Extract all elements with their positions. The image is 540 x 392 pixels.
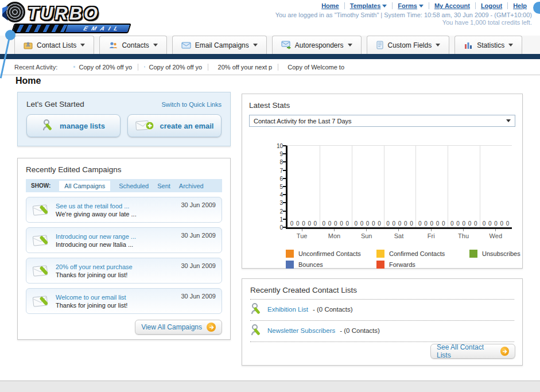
- chart-plot: 0123456789100000000000000000000000000000…: [286, 145, 512, 229]
- chevron-down-icon: [80, 44, 85, 46]
- x-tick-label: Wed: [480, 229, 512, 239]
- legend-item: Unsubscribes: [469, 250, 520, 258]
- campaign-row[interactable]: Introducing our new range ...Introducing…: [26, 227, 222, 253]
- filter-scheduled[interactable]: Scheduled: [119, 183, 149, 189]
- campaign-title-link[interactable]: 20% off your next purchase: [56, 263, 133, 271]
- value-labels-group: 00000: [384, 220, 416, 227]
- tab-statistics[interactable]: Statistics: [454, 36, 522, 54]
- value-label: 0: [418, 220, 422, 227]
- y-tick-mark: [283, 186, 286, 187]
- gridline: [384, 146, 384, 227]
- header-link-my-account[interactable]: My Account: [429, 2, 475, 9]
- y-tick-label: 1: [270, 216, 283, 222]
- campaign-title-link[interactable]: See us at the retail food ...: [56, 202, 137, 210]
- recent-activity-item[interactable]: Copy of 20% off yo: [68, 64, 138, 71]
- header-link-forms[interactable]: Forms: [392, 2, 429, 9]
- filter-archived[interactable]: Archived: [179, 183, 204, 189]
- value-label: 0: [456, 220, 460, 227]
- logo-email-bar: EMAIL: [11, 24, 131, 33]
- y-tick-mark: [283, 170, 286, 171]
- recent-activity-bar: Recent Activity: Copy of 20% off yo Copy…: [0, 59, 540, 75]
- filter-all-campaigns[interactable]: All Campaigns: [59, 181, 110, 191]
- y-tick-label: 0: [270, 224, 283, 231]
- campaign-row[interactable]: Welcome to our email listThanks for join…: [26, 288, 222, 314]
- recent-activity-item[interactable]: 20% off your next p: [208, 64, 278, 71]
- gridline: [352, 146, 352, 227]
- filter-sent[interactable]: Sent: [157, 183, 170, 189]
- legend-swatch: [469, 250, 477, 258]
- value-labels-group: 00000: [448, 220, 480, 227]
- campaign-title-link[interactable]: Introducing our new range ...: [56, 232, 136, 240]
- person-pencil-icon: [42, 119, 55, 133]
- header-link-templates[interactable]: Templates: [344, 2, 393, 9]
- campaign-subtitle: Introducing our new Italia ...: [56, 240, 136, 249]
- person-pencil-icon: [250, 324, 263, 337]
- legend-swatch: [286, 261, 294, 269]
- view-all-campaigns-button[interactable]: View All Campaigns: [135, 320, 222, 335]
- value-label: 0: [334, 220, 337, 227]
- page-footer-strip: [0, 381, 540, 392]
- recent-activity-label: Recent Activity:: [14, 64, 57, 71]
- value-label: 0: [314, 220, 317, 227]
- x-tick-label: Fri: [415, 229, 447, 239]
- value-labels-group: 00000: [352, 220, 384, 227]
- tab-autoresponders[interactable]: Autoresponders: [272, 36, 362, 54]
- value-labels-row: 00000000000000000000000000000000000: [288, 220, 512, 227]
- tab-contact-lists[interactable]: Contact Lists: [14, 36, 94, 54]
- stats-period-select[interactable]: Contact Activity for the Last 7 Days: [249, 115, 515, 127]
- x-tick-label: Tue: [286, 229, 318, 239]
- gridline: [415, 146, 416, 227]
- campaign-title-link[interactable]: Welcome to our email list: [56, 293, 127, 301]
- switch-quick-links[interactable]: Switch to Quick Links: [161, 101, 222, 108]
- legend-item: Bounces: [286, 261, 376, 269]
- main-navigation: Contact Lists Contacts Email Campaigns A…: [0, 36, 540, 59]
- contact-list-item[interactable]: Newsletter Subscribers - (0 Contacts): [250, 321, 514, 340]
- value-label: 0: [488, 220, 492, 227]
- recent-activity-item[interactable]: Copy of Welcome to: [278, 64, 348, 71]
- campaign-row[interactable]: See us at the retail food ...We're givin…: [26, 197, 222, 223]
- value-label: 0: [372, 220, 375, 227]
- header-link-help[interactable]: Help: [507, 2, 532, 9]
- value-label: 0: [290, 220, 294, 227]
- header-link-home[interactable]: Home: [316, 2, 344, 9]
- campaign-date: 30 Jun 2009: [181, 262, 216, 269]
- y-tick-mark: [283, 219, 286, 220]
- statistics-icon: [464, 41, 473, 49]
- value-labels-group: 00000: [415, 220, 448, 227]
- campaign-subtitle: Thanks for joining our list!: [56, 271, 133, 279]
- manage-lists-button[interactable]: manage lists: [26, 114, 121, 137]
- contact-list-link[interactable]: Exhibition List: [267, 306, 308, 313]
- value-label: 0: [500, 220, 504, 227]
- contact-list-item[interactable]: Exhibition List - (0 Contacts): [250, 300, 514, 319]
- turbo-email-logo[interactable]: TURBO EMAIL: [5, 2, 137, 33]
- recent-activity-item[interactable]: Copy of 20% off yo: [138, 64, 208, 71]
- header-link-logout[interactable]: Logout: [475, 2, 507, 9]
- chevron-down-icon: [253, 44, 258, 46]
- tab-custom-fields[interactable]: Custom Fields: [367, 36, 450, 54]
- y-tick-mark: [283, 211, 286, 212]
- legend-swatch: [376, 250, 384, 258]
- create-email-button[interactable]: create an email: [127, 114, 222, 137]
- y-tick-label: 4: [270, 192, 283, 198]
- custom-fields-icon: [376, 41, 384, 50]
- logo-word-email: EMAIL: [83, 25, 123, 32]
- chevron-down-icon: [348, 44, 352, 46]
- x-tick-label: Thu: [447, 229, 479, 239]
- value-label: 0: [354, 220, 358, 227]
- see-all-contact-lists-button[interactable]: See All Contact Lists: [430, 344, 515, 359]
- person-pencil-icon: [250, 302, 263, 316]
- value-label: 0: [450, 220, 454, 227]
- campaign-row[interactable]: 20% off your next purchaseThanks for joi…: [26, 258, 222, 284]
- header: TURBO EMAIL Home Templates Forms My Acco…: [0, 0, 540, 36]
- arrow-right-icon: [207, 323, 216, 332]
- contact-list-link[interactable]: Newsletter Subscribers: [267, 327, 335, 334]
- chart-x-axis: TueMonSunSatFriThuWed: [286, 229, 512, 239]
- legend-swatch: [286, 250, 294, 258]
- arrow-right-icon: [500, 347, 509, 356]
- legend-item: Forwards: [376, 261, 469, 269]
- y-tick-mark: [283, 178, 286, 179]
- legend-swatch: [376, 261, 384, 269]
- tab-contacts[interactable]: Contacts: [99, 36, 166, 54]
- tab-email-campaigns[interactable]: Email Campaigns: [172, 36, 267, 54]
- value-label: 0: [340, 220, 343, 227]
